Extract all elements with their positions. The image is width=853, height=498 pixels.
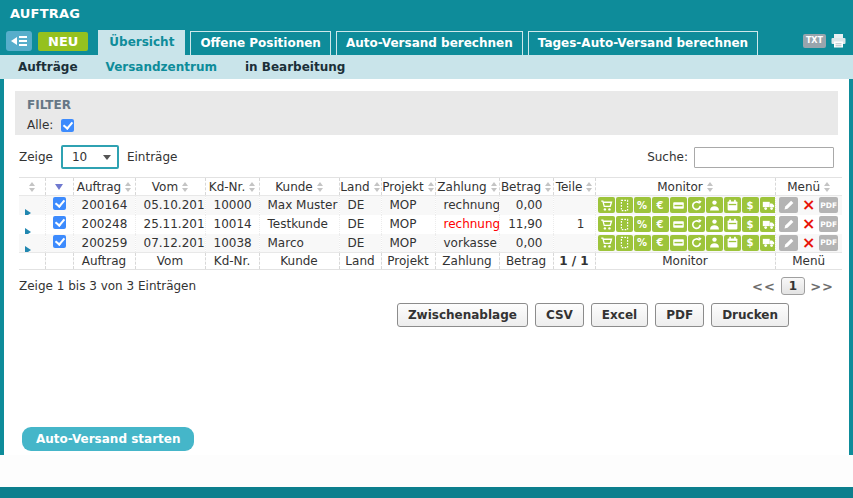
percent-icon[interactable]: %	[634, 216, 651, 232]
header-vom[interactable]: Vom	[135, 178, 205, 196]
cell-kunde: Marco	[259, 234, 339, 253]
refresh-icon[interactable]	[688, 197, 705, 213]
card-icon[interactable]	[670, 197, 687, 213]
page-title: AUFTRAG	[10, 6, 80, 21]
pdf-icon[interactable]: PDF	[819, 197, 838, 213]
header-auftrag[interactable]: Auftrag	[73, 178, 135, 196]
refresh-icon[interactable]	[688, 235, 705, 251]
row-checkbox[interactable]	[53, 235, 66, 248]
delete-icon[interactable]: ×	[800, 197, 817, 213]
euro-icon[interactable]: €	[652, 197, 669, 213]
cart-icon[interactable]	[598, 197, 615, 213]
edit-icon[interactable]	[779, 216, 798, 232]
cell-kunde: Max Muster	[259, 196, 339, 215]
alle-checkbox[interactable]	[61, 119, 74, 132]
subnav-in-bearbeitung[interactable]: in Bearbeitung	[245, 60, 345, 74]
header-betrag[interactable]: Betrag	[499, 178, 553, 196]
main-content: FILTER Alle: Zeige 10 Einträge Suche:	[0, 79, 853, 455]
tab-auto-versand-berechnen[interactable]: Auto-Versand berechnen	[336, 31, 523, 55]
pdf-icon[interactable]: PDF	[819, 216, 838, 232]
pdf-icon[interactable]: PDF	[819, 235, 838, 251]
truck-icon[interactable]	[760, 235, 776, 251]
delete-icon[interactable]: ×	[800, 216, 817, 232]
header-monitor[interactable]: Monitor	[595, 178, 775, 196]
euro-icon[interactable]: €	[652, 216, 669, 232]
refresh-icon[interactable]	[688, 216, 705, 232]
sort-icon	[125, 182, 131, 192]
dollar-icon[interactable]: $	[742, 235, 759, 251]
stamp-icon[interactable]	[616, 197, 633, 213]
percent-icon[interactable]: %	[634, 197, 651, 213]
table-row: 200164 05.10.2016 10000 Max Muster DE MO…	[19, 196, 842, 215]
pagination-prev[interactable]: <<	[752, 279, 776, 294]
dollar-icon[interactable]: $	[742, 216, 759, 232]
header-teile[interactable]: Teile	[553, 178, 595, 196]
printer-icon[interactable]	[830, 33, 847, 49]
tab-tages-auto-versand-berechnen[interactable]: Tages-Auto-Versand berechnen	[528, 31, 758, 55]
footer-play	[19, 253, 45, 270]
new-button[interactable]: NEU	[38, 32, 88, 51]
calendar-icon[interactable]	[724, 235, 741, 251]
bottom-bar	[0, 487, 853, 498]
person-icon[interactable]	[706, 216, 723, 232]
card-icon[interactable]	[670, 235, 687, 251]
header-menu[interactable]: Menü	[775, 178, 842, 196]
person-icon[interactable]	[706, 197, 723, 213]
header-play[interactable]	[19, 178, 45, 196]
header-projekt[interactable]: Projekt	[381, 178, 435, 196]
cart-icon[interactable]	[598, 235, 615, 251]
sort-icon	[182, 182, 188, 192]
table-row: 200248 25.11.2016 10014 Testkunde DE MOP…	[19, 215, 842, 234]
chevron-down-icon	[103, 155, 111, 160]
search-input[interactable]	[694, 147, 834, 168]
calendar-icon[interactable]	[724, 197, 741, 213]
cart-icon[interactable]	[598, 216, 615, 232]
percent-icon[interactable]: %	[634, 235, 651, 251]
edit-icon[interactable]	[779, 197, 798, 213]
truck-icon[interactable]	[760, 197, 776, 213]
row-checkbox[interactable]	[53, 197, 66, 210]
cell-betrag: 0,00	[499, 234, 553, 253]
txt-export-icon[interactable]: TXT	[803, 34, 826, 48]
subnav-auftraege[interactable]: Aufträge	[18, 60, 78, 74]
row-checkbox[interactable]	[53, 216, 66, 229]
stamp-icon[interactable]	[616, 216, 633, 232]
header-land[interactable]: Land	[339, 178, 381, 196]
cell-betrag: 0,00	[499, 196, 553, 215]
footer-menu: Menü	[775, 253, 842, 270]
tab-offene-positionen[interactable]: Offene Positionen	[190, 31, 331, 55]
header-kunde[interactable]: Kunde	[259, 178, 339, 196]
cell-zahlung: rechnung	[435, 215, 499, 234]
delete-icon[interactable]: ×	[800, 235, 817, 251]
pagination-page-1[interactable]: 1	[781, 277, 805, 295]
row-menu: × PDF	[776, 197, 843, 213]
copy-button[interactable]: Zwischenablage	[397, 303, 528, 327]
edit-icon[interactable]	[779, 235, 798, 251]
tab-uebersicht[interactable]: Übersicht	[98, 30, 185, 55]
calendar-icon[interactable]	[724, 216, 741, 232]
csv-button[interactable]: CSV	[535, 303, 584, 327]
dollar-icon[interactable]: $	[742, 197, 759, 213]
header-kd-nr[interactable]: Kd-Nr.	[205, 178, 259, 196]
header-checkbox[interactable]	[45, 178, 73, 196]
cell-teile: 1	[553, 215, 595, 234]
print-button[interactable]: Drucken	[711, 303, 789, 327]
auto-versand-start-button[interactable]: Auto-Versand starten	[22, 427, 194, 451]
person-icon[interactable]	[706, 235, 723, 251]
cell-auftrag: 200259	[73, 234, 135, 253]
page-length-select[interactable]: 10	[61, 145, 119, 169]
card-icon[interactable]	[670, 216, 687, 232]
excel-button[interactable]: Excel	[591, 303, 648, 327]
subnav-versandzentrum[interactable]: Versandzentrum	[106, 60, 217, 74]
pdf-button[interactable]: PDF	[655, 303, 704, 327]
collapse-sidebar-button[interactable]	[6, 31, 32, 51]
stamp-icon[interactable]	[616, 235, 633, 251]
filter-title: FILTER	[27, 98, 826, 112]
header-zahlung[interactable]: Zahlung	[435, 178, 499, 196]
tabs: Übersicht Offene Positionen Auto-Versand…	[98, 27, 763, 55]
cell-land: DE	[339, 215, 381, 234]
truck-icon[interactable]	[760, 216, 776, 232]
pagination-next[interactable]: >>	[810, 279, 834, 294]
euro-icon[interactable]: €	[652, 235, 669, 251]
cell-projekt: MOP	[381, 215, 435, 234]
